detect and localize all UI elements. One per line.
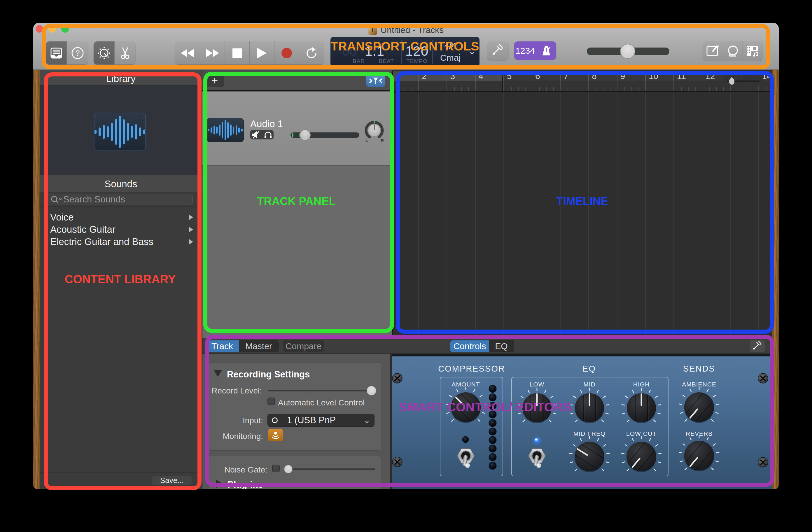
master-volume-thumb[interactable] <box>620 44 635 59</box>
lcd-ghost: 00 <box>342 43 357 59</box>
save-button[interactable]: Save... <box>152 476 192 485</box>
record-level-slider[interactable] <box>268 390 374 391</box>
ruler-bar-cell[interactable]: 10 <box>645 71 673 81</box>
cycle-button[interactable] <box>299 41 324 64</box>
play-button[interactable] <box>249 41 274 64</box>
forward-button[interactable] <box>200 41 224 64</box>
loop-browser-button[interactable] <box>723 41 743 61</box>
waveform-bar <box>107 126 109 138</box>
smart-controls-button[interactable] <box>93 41 114 64</box>
grid-bar-cell[interactable] <box>673 94 702 338</box>
knob-reverb[interactable] <box>679 435 719 471</box>
mute-button[interactable] <box>250 130 262 140</box>
pan-knob[interactable]: L R <box>363 120 385 145</box>
tab-track[interactable]: Track <box>205 340 239 352</box>
grid-bar-cell[interactable] <box>447 94 475 338</box>
track-header-row[interactable]: Audio 1 <box>202 92 392 166</box>
noise-gate-group: Noise Gate: Plug-ins <box>208 456 382 489</box>
track-volume-thumb[interactable] <box>300 129 310 141</box>
track-name[interactable]: Audio 1 <box>250 118 283 129</box>
count-in-button[interactable]: 1234 <box>514 41 536 60</box>
tab-master[interactable]: Master <box>239 340 278 352</box>
noise-gate-slider[interactable] <box>286 469 375 470</box>
ruler-bar-cell[interactable]: 2 <box>418 71 447 81</box>
noise-gate-checkbox[interactable] <box>272 465 280 472</box>
noise-gate-thumb[interactable] <box>284 465 292 473</box>
search-sounds-field[interactable]: Search Sounds <box>47 194 193 205</box>
tuning-fork-icon <box>752 341 763 351</box>
grid-bar-cell[interactable] <box>758 94 772 338</box>
ruler-bar-numbers[interactable]: 2 3 4 5 6 7 8 9 <box>392 71 772 81</box>
grid-bar-cell[interactable] <box>560 94 588 338</box>
grid-bar-cell[interactable] <box>617 94 645 338</box>
zoom-slider-thumb[interactable] <box>729 77 735 85</box>
project-end-marker[interactable] <box>502 71 503 92</box>
auto-level-checkbox[interactable] <box>267 398 275 405</box>
ruler-bar-cell[interactable]: 11 <box>673 71 702 81</box>
record-button[interactable] <box>274 41 299 64</box>
timeline[interactable]: 2 3 4 5 6 7 8 9 <box>392 70 772 338</box>
zoom-slider[interactable] <box>723 75 763 86</box>
ruler-bar-cell[interactable]: 7 <box>560 71 588 81</box>
disclosure-triangle-icon[interactable] <box>216 479 223 488</box>
input-dropdown[interactable]: 1 (USB PnP ⌄ <box>267 414 375 427</box>
quarter-tick <box>433 87 433 91</box>
add-track-button[interactable]: + <box>205 75 224 87</box>
ruler-bar-cell[interactable]: 3 <box>447 71 475 81</box>
quick-help-button[interactable]: ? <box>67 41 88 64</box>
knob-ambience[interactable] <box>679 387 719 423</box>
library-list-item[interactable]: Voice <box>40 211 202 224</box>
library-toggle-button[interactable] <box>46 41 67 64</box>
grid-bar-cell[interactable] <box>392 94 418 338</box>
library-list-item[interactable]: Electric Guitar and Bass <box>40 236 202 248</box>
tab-eq[interactable]: EQ <box>489 340 513 352</box>
rewind-button[interactable] <box>175 41 200 64</box>
screw-icon <box>758 457 768 467</box>
ruler-bar-cell[interactable]: 4 <box>475 71 504 81</box>
catch-playhead-button[interactable] <box>366 75 385 87</box>
grid-bar-cell[interactable] <box>504 94 532 338</box>
plugins-label: Plug-ins <box>228 479 263 489</box>
grid-bar-cell[interactable] <box>588 94 617 338</box>
compare-button[interactable]: Compare <box>283 340 324 352</box>
timeline-grid[interactable] <box>392 94 772 338</box>
library-list-item[interactable]: Acoustic Guitar <box>40 224 202 236</box>
media-browser-button[interactable] <box>743 41 763 61</box>
metronome-button[interactable] <box>536 41 556 60</box>
ruler-bar-cell[interactable]: 5 <box>504 71 532 81</box>
grid-bar-cell[interactable] <box>418 94 447 338</box>
compressor-box <box>440 377 503 476</box>
editors-button[interactable] <box>114 41 135 64</box>
tab-controls[interactable]: Controls <box>450 340 489 352</box>
tuner-button[interactable] <box>487 41 508 60</box>
rack-tuner-button[interactable] <box>750 340 765 352</box>
ruler-bar-cell[interactable]: 6 <box>532 71 560 81</box>
ruler-bar-cell[interactable]: 8 <box>588 71 617 81</box>
bar-number: 7 <box>564 71 568 81</box>
knob-label-low: LOW <box>530 381 545 388</box>
bar-number: 12 <box>705 71 715 81</box>
solo-button[interactable] <box>262 130 274 140</box>
grid-bar-cell[interactable] <box>730 94 758 338</box>
ruler-tick-cell <box>418 81 447 91</box>
monitoring-button[interactable] <box>268 429 283 441</box>
playhead[interactable] <box>392 71 393 338</box>
grid-bar-cell[interactable] <box>702 94 730 338</box>
grid-bar-cell[interactable] <box>532 94 560 338</box>
ruler-ticks[interactable] <box>392 81 772 92</box>
bar-number: 6 <box>535 71 540 81</box>
smart-controls-pad-button[interactable] <box>703 41 723 61</box>
grid-bar-cell[interactable] <box>645 94 673 338</box>
waveform-bar <box>233 127 234 134</box>
ruler-tick-cell <box>560 81 588 91</box>
stop-button[interactable] <box>224 41 249 64</box>
disclosure-triangle-icon[interactable] <box>214 370 222 377</box>
ruler-bar-cell[interactable]: 9 <box>617 71 645 81</box>
lcd-display[interactable]: 00 1.1 BAR BEAT 120 TEMPO 4/4 Cmaj ⌄ <box>331 37 479 67</box>
recording-settings-title[interactable]: Recording Settings <box>214 369 310 380</box>
lcd-chevron-icon[interactable]: ⌄ <box>468 45 476 57</box>
plugins-title[interactable]: Plug-ins <box>216 479 263 489</box>
record-level-thumb[interactable] <box>367 386 376 396</box>
grid-bar-cell[interactable] <box>475 94 504 338</box>
ruler-bar-cell[interactable] <box>392 71 418 81</box>
